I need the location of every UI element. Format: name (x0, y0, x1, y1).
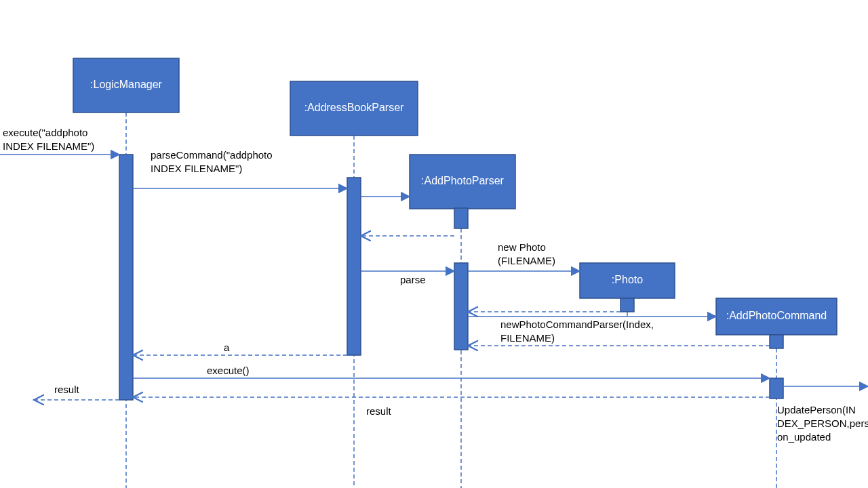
activation-addressbookparser (347, 178, 361, 355)
svg-text::AddressBookParser: :AddressBookParser (304, 102, 404, 113)
activation-addphotocommand-head (770, 335, 783, 348)
msg-new-photo-label2: (FILENAME) (498, 255, 555, 266)
msg-parsecommand-label1: parseCommand("addphoto (151, 149, 273, 161)
msg-execute-label2: INDEX FILENAME") (3, 140, 94, 152)
participant-addphotocommand: :AddPhotoCommand (716, 298, 837, 335)
participant-addressbookparser: :AddressBookParser (290, 81, 418, 136)
activation-addphotoparser (454, 263, 468, 350)
msg-a-label: a (224, 342, 230, 353)
participant-addphotoparser: :AddPhotoParser (410, 155, 515, 209)
msg-updateperson-label2: DEX_PERSON,pers (777, 418, 868, 429)
msg-execute-label1: execute("addphoto (3, 127, 87, 138)
msg-parse-label: parse (400, 274, 426, 285)
participant-photo: :Photo (580, 263, 675, 298)
msg-updateperson-label3: on_updated (777, 431, 831, 443)
sequence-diagram: :LogicManager :AddressBookParser :AddPho… (0, 0, 868, 488)
msg-result-label: result (54, 384, 80, 395)
svg-text::AddPhotoParser: :AddPhotoParser (421, 175, 505, 186)
msg-new-photo-label1: new Photo (498, 241, 546, 253)
msg-parsecommand-label2: INDEX FILENAME") (151, 163, 242, 174)
svg-text::LogicManager: :LogicManager (90, 79, 163, 90)
svg-text::AddPhotoCommand: :AddPhotoCommand (726, 310, 827, 321)
participant-logicmanager: :LogicManager (73, 58, 179, 113)
svg-text::Photo: :Photo (612, 274, 643, 285)
activation-addphotocommand (770, 378, 783, 399)
activation-logicmanager (119, 155, 133, 400)
activation-addphotoparser-head (454, 208, 468, 228)
msg-updateperson-label1: UpdatePerson(IN (777, 404, 856, 415)
msg-result2-label: result (366, 405, 392, 417)
activation-photo (620, 298, 634, 312)
msg-new-photocommand-label2: FILENAME) (500, 332, 555, 344)
msg-new-photocommand-label1: newPhotoCommandParser(Index, (500, 319, 654, 330)
msg-execute2-label: execute() (207, 365, 250, 376)
